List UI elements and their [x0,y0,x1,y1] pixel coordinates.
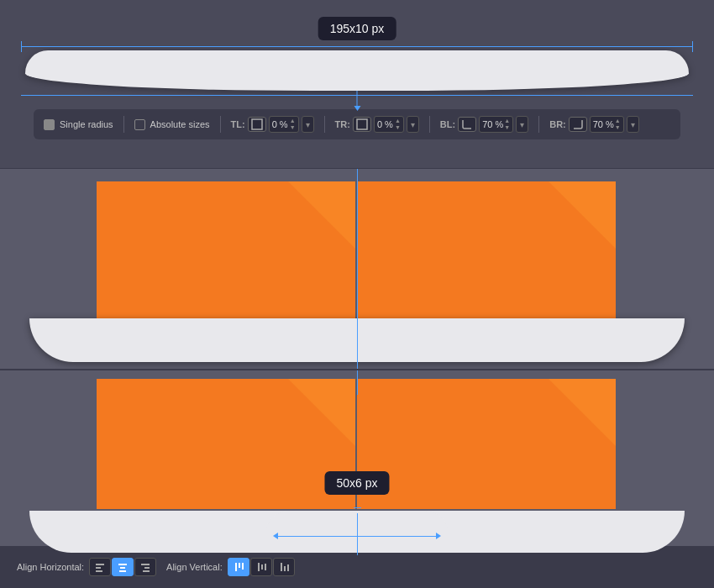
tr-arrows[interactable]: ▲ ▼ [395,118,401,131]
divider-3 [324,116,325,133]
align-vertical-label: Align Vertical: [166,562,223,572]
tr-label: TR: [335,119,350,129]
divider-5 [538,116,539,133]
tr-value: 0 % [377,119,394,129]
bl-group: BL: 70 % ▲ ▼ ▾ [440,116,528,133]
tl-up[interactable]: ▲ [290,118,296,124]
top-badge-text: 195x10 px [330,22,385,35]
tl-label: TL: [231,119,245,129]
divider-2 [220,116,221,133]
divider-1 [123,116,124,133]
mid-section [0,168,714,370]
svg-rect-18 [284,566,286,571]
absolute-sizes-checkbox[interactable] [134,119,145,130]
tr-group: TR: 0 % ▲ ▼ ▾ [335,116,419,133]
v-arrow-top [357,91,358,108]
align-v-middle-button[interactable] [250,558,272,576]
tl-arrows[interactable]: ▲ ▼ [290,118,296,131]
bl-value: 70 % [482,119,503,129]
bl-label: BL: [440,119,455,129]
svg-rect-16 [265,564,266,570]
svg-rect-2 [96,564,104,565]
svg-rect-17 [281,563,282,571]
align-horizontal-group: Align Horizontal: [17,558,156,576]
single-radius-label[interactable]: Single radius [60,119,113,129]
bottom-dimension-badge: 50x6 px [324,471,389,495]
tl-group: TL: 0 % ▲ ▼ ▾ [231,116,314,133]
svg-rect-11 [235,563,237,571]
svg-rect-0 [252,119,262,129]
svg-rect-1 [357,119,367,129]
svg-rect-6 [120,567,125,569]
h-line-top [21,46,693,47]
mid-center-line [357,169,358,369]
single-radius-group: Single radius [44,119,113,130]
svg-rect-9 [144,567,150,569]
align-v-top-button[interactable] [228,558,249,576]
bottom-badge-text: 50x6 px [336,476,377,490]
svg-rect-19 [287,564,289,571]
br-group: BR: 70 % ▲ ▼ ▾ [549,116,639,133]
br-arrows[interactable]: ▲ ▼ [615,118,621,131]
svg-rect-7 [119,570,126,572]
svg-rect-5 [118,564,127,565]
align-vertical-group: Align Vertical: [166,558,295,576]
bl-up[interactable]: ▲ [504,118,510,124]
orange-bottom-left [97,379,355,509]
align-h-right-button[interactable] [134,558,156,576]
tr-input[interactable]: 0 % ▲ ▼ [374,116,404,133]
absolute-sizes-group: Absolute sizes [134,119,210,130]
tl-down[interactable]: ▼ [290,124,296,131]
svg-rect-12 [239,563,240,568]
tl-icon[interactable] [248,117,266,132]
top-section: 195x10 px Single radius Absolute sizes T… [0,0,714,168]
br-label: BR: [549,119,566,129]
tr-down[interactable]: ▼ [395,124,401,131]
svg-rect-8 [141,564,150,565]
br-value: 70 % [593,119,614,129]
bl-icon[interactable] [458,117,476,132]
tl-value: 0 % [272,119,289,129]
bottom-center-line [357,370,358,395]
top-dimension-badge: 195x10 px [318,17,396,40]
br-icon[interactable] [569,117,587,132]
align-h-left-button[interactable] [89,558,111,576]
align-h-center-button[interactable] [112,558,134,576]
bl-down[interactable]: ▼ [504,124,510,131]
absolute-sizes-label[interactable]: Absolute sizes [150,119,210,129]
align-vertical-buttons [228,558,295,576]
orange-rect-left [97,181,355,320]
svg-rect-4 [96,570,102,572]
svg-rect-13 [242,563,244,570]
tl-input[interactable]: 0 % ▲ ▼ [269,116,299,133]
br-input[interactable]: 70 % ▲ ▼ [590,116,624,133]
svg-rect-15 [261,564,263,570]
svg-rect-3 [96,567,101,569]
orange-bottom-right [357,379,616,509]
br-up[interactable]: ▲ [615,118,621,124]
single-radius-checkbox[interactable] [44,119,55,130]
br-dropdown[interactable]: ▾ [627,116,639,133]
tl-dropdown[interactable]: ▾ [302,116,314,133]
tick-v-top [354,507,361,508]
rounded-shape-top [25,50,689,91]
tr-dropdown[interactable]: ▾ [407,116,419,133]
tr-up[interactable]: ▲ [395,118,401,124]
bl-dropdown[interactable]: ▾ [516,116,528,133]
svg-rect-10 [143,570,150,572]
orange-rect-right [357,181,616,320]
h-measure-arrow-right [436,533,441,539]
br-down[interactable]: ▼ [615,124,621,131]
shape-toolbar: Single radius Absolute sizes TL: 0 % ▲ ▼ [34,109,680,139]
svg-rect-14 [258,563,260,571]
divider-4 [429,116,430,133]
tr-icon[interactable] [353,117,371,132]
v-measure-line-bottom [357,513,358,555]
bl-arrows[interactable]: ▲ ▼ [504,118,510,131]
align-horizontal-buttons [89,558,156,576]
align-v-bottom-button[interactable] [273,558,295,576]
align-horizontal-label: Align Horizontal: [17,562,84,572]
bl-input[interactable]: 70 % ▲ ▼ [479,116,513,133]
bottom-section: 50x6 px Align Centre Align Top Align Hor… [0,370,714,588]
